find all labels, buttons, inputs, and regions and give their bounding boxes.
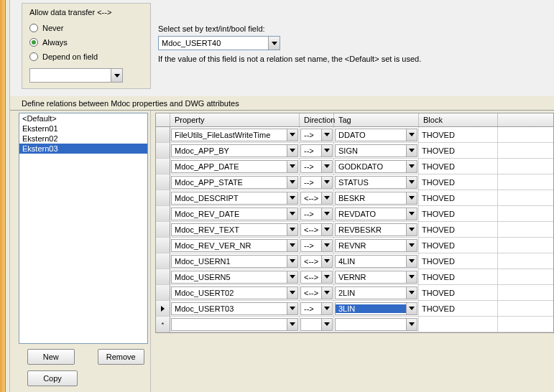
relations-grid: Property Direction Tag Block FileUtils_F… xyxy=(155,113,554,333)
property-select[interactable]: Mdoc_USERT02 xyxy=(171,286,298,299)
table-row-new[interactable]: * xyxy=(156,317,553,332)
radio-never[interactable]: Never xyxy=(29,24,143,32)
direction-select[interactable]: <--> xyxy=(300,192,333,205)
direction-value: --> xyxy=(301,131,321,139)
grid-header-property[interactable]: Property xyxy=(170,113,300,126)
block-value: THOVED xyxy=(419,238,498,253)
table-row[interactable]: Mdoc_USERT03-->3LINTHOVED xyxy=(156,301,553,317)
tag-select[interactable]: 2LIN xyxy=(335,286,417,299)
property-select[interactable] xyxy=(171,318,298,331)
grid-header-block[interactable]: Block xyxy=(419,113,498,126)
tag-select[interactable]: VERNR xyxy=(335,271,417,284)
chevron-down-icon xyxy=(321,224,332,235)
tag-select[interactable] xyxy=(335,318,417,331)
grid-header-direction[interactable]: Direction xyxy=(300,113,334,126)
tag-select[interactable]: 3LIN xyxy=(335,302,417,315)
row-handle[interactable] xyxy=(156,238,170,253)
row-handle[interactable] xyxy=(156,301,170,316)
copy-button[interactable]: Copy xyxy=(27,370,78,386)
group-title: Allow data transfer <--> xyxy=(29,8,143,17)
direction-select[interactable]: <--> xyxy=(300,255,333,268)
row-handle[interactable] xyxy=(156,159,170,174)
direction-select[interactable]: <--> xyxy=(300,271,333,284)
tag-select[interactable]: BESKR xyxy=(335,192,417,205)
grid-header-tag[interactable]: Tag xyxy=(334,113,419,126)
direction-select[interactable]: --> xyxy=(300,207,333,220)
property-select[interactable]: Mdoc_REV_DATE xyxy=(171,207,298,220)
list-item[interactable]: Ekstern02 xyxy=(19,134,147,144)
direction-value: <--> xyxy=(301,225,321,234)
depend-field-select[interactable] xyxy=(29,68,123,83)
chevron-down-icon xyxy=(321,177,332,188)
chevron-down-icon xyxy=(321,271,332,283)
chevron-down-icon xyxy=(287,161,297,172)
row-handle[interactable] xyxy=(156,174,170,190)
remove-button[interactable]: Remove xyxy=(98,349,145,365)
row-handle[interactable] xyxy=(156,206,170,221)
row-handle[interactable] xyxy=(156,143,170,158)
table-row[interactable]: FileUtils_FileLastWriteTime-->DDATOTHOVE… xyxy=(156,127,553,143)
row-handle[interactable]: * xyxy=(156,317,170,332)
list-item[interactable]: Ekstern03 xyxy=(19,144,147,154)
tag-select[interactable]: 4LIN xyxy=(335,255,417,268)
chevron-down-icon xyxy=(406,129,417,141)
direction-select[interactable]: --> xyxy=(300,176,333,189)
direction-select[interactable]: <--> xyxy=(300,223,333,236)
table-row[interactable]: Mdoc_REV_DATE-->REVDATOTHOVED xyxy=(156,206,553,222)
row-handle[interactable] xyxy=(156,253,170,269)
radio-always[interactable]: Always xyxy=(29,38,143,47)
row-handle[interactable] xyxy=(156,190,170,205)
table-row[interactable]: Mdoc_USERT02<-->2LINTHOVED xyxy=(156,285,553,301)
property-select[interactable]: Mdoc_APP_DATE xyxy=(171,160,298,173)
property-select[interactable]: FileUtils_FileLastWriteTime xyxy=(171,129,298,141)
tag-select[interactable]: GODKDATO xyxy=(335,160,417,173)
new-button[interactable]: New xyxy=(27,349,75,365)
direction-select[interactable] xyxy=(300,318,333,331)
table-row[interactable]: Mdoc_APP_DATE-->GODKDATOTHOVED xyxy=(156,159,553,174)
direction-select[interactable]: --> xyxy=(300,160,333,173)
property-select[interactable]: Mdoc_REV_VER_NR xyxy=(171,239,298,252)
property-select[interactable]: Mdoc_APP_BY xyxy=(171,144,298,157)
direction-select[interactable]: --> xyxy=(300,144,333,157)
tag-select[interactable]: REVNR xyxy=(335,239,417,252)
direction-select[interactable]: --> xyxy=(300,302,333,315)
list-item[interactable]: <Default> xyxy=(19,113,147,123)
radio-depend-on-field[interactable]: Depend on field xyxy=(29,52,143,61)
list-item[interactable]: Ekstern01 xyxy=(19,123,147,134)
row-handle[interactable] xyxy=(156,222,170,237)
table-row[interactable]: Mdoc_DESCRIPT<-->BESKRTHOVED xyxy=(156,190,553,206)
tag-select[interactable]: STATUS xyxy=(335,176,417,189)
table-row[interactable]: Mdoc_REV_TEXT<-->REVBESKRTHOVED xyxy=(156,222,553,238)
tag-select[interactable]: SIGN xyxy=(335,144,417,157)
grid-header-handle xyxy=(156,113,170,126)
tag-select[interactable]: DDATO xyxy=(335,129,417,141)
chevron-down-icon xyxy=(321,240,332,251)
relation-set-list[interactable]: <Default>Ekstern01Ekstern02Ekstern03 xyxy=(19,113,148,344)
select-set-dropdown[interactable]: Mdoc_USERT40 xyxy=(158,36,280,50)
property-select[interactable]: Mdoc_APP_STATE xyxy=(171,176,298,189)
direction-select[interactable]: --> xyxy=(300,129,333,141)
table-row[interactable]: Mdoc_APP_STATE-->STATUSTHOVED xyxy=(156,174,553,190)
chevron-down-icon xyxy=(287,224,297,235)
row-handle[interactable] xyxy=(156,285,170,300)
property-value: Mdoc_USERT03 xyxy=(172,304,287,313)
block-value: THOVED xyxy=(419,190,498,205)
chevron-down-icon xyxy=(321,319,332,330)
property-select[interactable]: Mdoc_DESCRIPT xyxy=(171,192,298,205)
property-select[interactable]: Mdoc_USERN5 xyxy=(171,271,298,284)
row-handle[interactable] xyxy=(156,269,170,284)
property-select[interactable]: Mdoc_USERN1 xyxy=(171,255,298,268)
table-row[interactable]: Mdoc_USERN5<-->VERNRTHOVED xyxy=(156,269,553,285)
tag-select[interactable]: REVDATO xyxy=(335,207,417,220)
chevron-down-icon xyxy=(287,129,297,141)
table-row[interactable]: Mdoc_APP_BY-->SIGNTHOVED xyxy=(156,143,553,159)
table-row[interactable]: Mdoc_USERN1<-->4LINTHOVED xyxy=(156,253,553,269)
row-handle[interactable] xyxy=(156,127,170,142)
new-row-icon: * xyxy=(162,321,165,328)
property-select[interactable]: Mdoc_USERT03 xyxy=(171,302,298,315)
direction-select[interactable]: <--> xyxy=(300,286,333,299)
table-row[interactable]: Mdoc_REV_VER_NR-->REVNRTHOVED xyxy=(156,238,553,253)
direction-select[interactable]: --> xyxy=(300,239,333,252)
tag-select[interactable]: REVBESKR xyxy=(335,223,417,236)
property-select[interactable]: Mdoc_REV_TEXT xyxy=(171,223,298,236)
